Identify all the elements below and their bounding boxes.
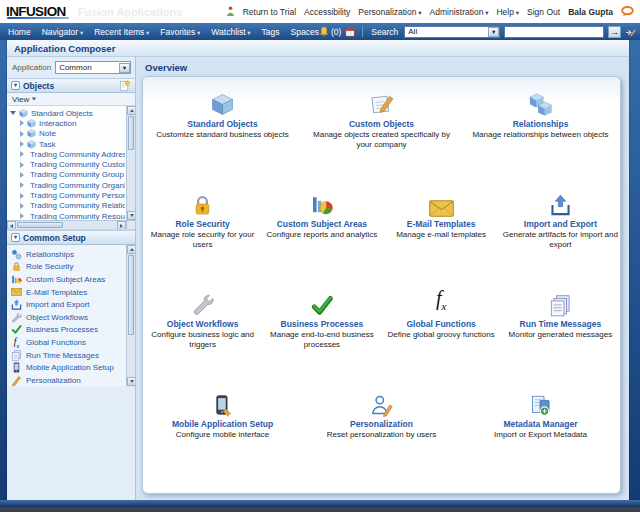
collapsed-toggle-icon[interactable]: [20, 162, 24, 168]
tree-item[interactable]: Trading Community Group Profile: [10, 170, 125, 180]
tile-metadata-manager[interactable]: Metadata Manager Import or Export Metada…: [465, 390, 617, 440]
sidebar-item-custom-subject-areas[interactable]: Custom Subject Areas: [11, 273, 125, 286]
window-edge-bar: [0, 507, 640, 512]
nav-spaces[interactable]: Spaces: [291, 27, 319, 37]
tree-item[interactable]: Trading Community Organization Profi: [10, 180, 125, 190]
sidebar-item-personalization[interactable]: Personalization: [11, 374, 125, 386]
collapsed-toggle-icon[interactable]: [20, 172, 24, 178]
collapsed-toggle-icon[interactable]: [20, 131, 24, 137]
tile-global-functions[interactable]: fx Global Functions Define global groovy…: [383, 290, 499, 349]
collapsed-toggle-icon[interactable]: [20, 120, 24, 126]
common-setup-list: Relationships Role Security Custom Subje…: [7, 245, 135, 386]
nav-tags[interactable]: Tags: [262, 27, 280, 37]
sign-out-link[interactable]: Sign Out: [527, 7, 560, 17]
nav-favorites[interactable]: Favorites: [160, 27, 200, 37]
collapsed-toggle-icon[interactable]: [20, 182, 24, 188]
common-setup-panel-header[interactable]: ▾ Common Setup: [7, 230, 135, 245]
global-links: Return to Trial Accessibility Personaliz…: [226, 6, 634, 17]
notification-count[interactable]: (0): [331, 27, 341, 37]
calendar-icon[interactable]: [345, 27, 355, 37]
tile-custom-objects[interactable]: Custom Objects Manage objects created sp…: [306, 90, 458, 149]
pencil-icon: [11, 375, 22, 386]
nav-navigator[interactable]: Navigator: [42, 27, 83, 37]
tile-standard-objects[interactable]: Standard Objects Customize standard busi…: [147, 90, 299, 149]
tile-business-processes[interactable]: Business Processes Manage end-to-end bus…: [264, 290, 380, 349]
sidebar-item-mobile-application-setup[interactable]: Mobile Application Setup: [11, 361, 125, 374]
objects-panel-title: Objects: [23, 81, 54, 91]
tree-view-menu[interactable]: View: [7, 93, 135, 106]
chevron-down-icon: [32, 97, 37, 100]
administration-menu[interactable]: Administration: [430, 7, 489, 17]
lock-icon: [11, 261, 22, 272]
cube-icon: [19, 109, 28, 118]
sidebar-item-role-security[interactable]: Role Security: [11, 261, 125, 274]
tree-item[interactable]: Trading Community Relationship: [10, 201, 125, 211]
metadata-icon: [529, 390, 552, 417]
cube-icon: [27, 129, 36, 138]
collapsed-toggle-icon[interactable]: [20, 141, 24, 147]
return-to-trial-link[interactable]: Return to Trial: [243, 7, 296, 17]
bell-icon[interactable]: [319, 26, 329, 37]
sidebar-item-import-and-export[interactable]: Import and Export: [11, 298, 125, 311]
tree-item[interactable]: Task: [10, 139, 125, 149]
nav-recent-items[interactable]: Recent Items: [94, 27, 149, 37]
tree-horizontal-scrollbar[interactable]: [7, 220, 126, 229]
accessibility-link[interactable]: Accessibility: [304, 7, 350, 17]
chevron-down-icon[interactable]: ▼: [488, 27, 499, 37]
search-input[interactable]: [504, 26, 604, 38]
tree-item[interactable]: Trading Community Person Profile: [10, 190, 125, 200]
tree-vertical-scrollbar[interactable]: [126, 106, 135, 220]
setup-vertical-scrollbar[interactable]: [126, 245, 135, 386]
sidebar-item-global-functions[interactable]: fxGlobal Functions: [11, 336, 125, 349]
tree-item[interactable]: Interaction: [10, 118, 125, 128]
collapsed-toggle-icon[interactable]: [20, 151, 24, 157]
tile-object-workflows[interactable]: Object Workflows Configure business logi…: [145, 290, 261, 349]
tree-item-standard-objects[interactable]: Standard Objects: [10, 108, 125, 118]
fx-icon: fx: [11, 337, 22, 349]
collapse-icon[interactable]: ▾: [11, 233, 20, 242]
collapsed-toggle-icon[interactable]: [20, 203, 24, 209]
sidebar-item-relationships[interactable]: Relationships: [11, 248, 125, 261]
tile-role-security[interactable]: Role Security Manage role security for y…: [145, 190, 261, 249]
tile-run-time-messages[interactable]: Run Time Messages Monitor generated mess…: [502, 290, 618, 349]
chevron-down-icon[interactable]: ▼: [119, 63, 130, 73]
tree-item[interactable]: Note: [10, 129, 125, 139]
collapsed-toggle-icon[interactable]: [20, 213, 24, 219]
nav-watchlist[interactable]: Watchlist: [211, 27, 250, 37]
lock-icon: [191, 190, 214, 217]
sidebar-item-object-workflows[interactable]: Object Workflows: [11, 311, 125, 324]
tile-personalization[interactable]: Personalization Reset personalization by…: [306, 390, 458, 440]
chat-bubble-icon[interactable]: [621, 6, 634, 17]
objects-panel-header[interactable]: ▾ Objects: [7, 78, 135, 93]
advanced-search-icon[interactable]: [625, 27, 636, 37]
personalization-menu[interactable]: Personalization: [358, 7, 421, 17]
sidebar-item-run-time-messages[interactable]: Run Time Messages: [11, 349, 125, 362]
sidebar-item-email-templates[interactable]: E-Mail Templates: [11, 286, 125, 299]
global-header: INFUSION Fusion Applications Return to T…: [0, 0, 640, 23]
export-icon: [11, 299, 22, 310]
main-area: Overview Standard Objects Customize stan…: [136, 57, 629, 500]
sidebar-item-business-processes[interactable]: Business Processes: [11, 324, 125, 337]
tile-email-templates[interactable]: E-Mail Templates Manage e-mail templates: [383, 190, 499, 249]
tree-item[interactable]: Trading Community Customer Contact: [10, 159, 125, 169]
expanded-toggle-icon[interactable]: [10, 111, 16, 115]
tile-relationships[interactable]: Relationships Manage relationships betwe…: [465, 90, 617, 149]
tree-item[interactable]: Trading Community Address: [10, 149, 125, 159]
nav-home[interactable]: Home: [8, 27, 31, 37]
search-go-button[interactable]: →: [608, 26, 621, 38]
scrollbar-corner: [126, 220, 135, 229]
note-pencil-icon: [369, 90, 394, 117]
tree-item[interactable]: Trading Community Resource Profile: [10, 211, 125, 220]
help-menu[interactable]: Help: [496, 7, 519, 17]
tile-custom-subject-areas[interactable]: Custom Subject Areas Configure reports a…: [264, 190, 380, 249]
page-title: Application Composer: [7, 40, 629, 57]
tile-mobile-application-setup[interactable]: Mobile Application Setup Configure mobil…: [147, 390, 299, 440]
collapse-icon[interactable]: ▾: [11, 81, 20, 90]
collapsed-toggle-icon[interactable]: [20, 193, 24, 199]
search-scope-select[interactable]: All ▼: [404, 26, 500, 38]
new-object-icon[interactable]: [118, 79, 131, 92]
check-icon: [11, 324, 22, 335]
tile-import-and-export[interactable]: Import and Export Generate artifacts for…: [502, 190, 618, 249]
envelope-icon: [11, 288, 22, 296]
application-select[interactable]: Common ▼: [55, 61, 131, 74]
